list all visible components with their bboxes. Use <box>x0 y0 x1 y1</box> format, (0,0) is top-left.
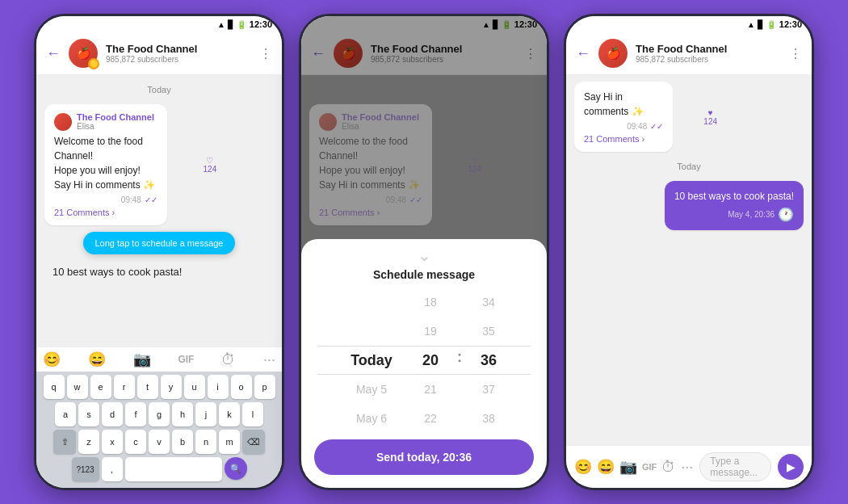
picker-date-may6[interactable]: May 6 <box>339 404 404 433</box>
key-k[interactable]: k <box>219 402 240 426</box>
key-c[interactable]: c <box>125 430 146 454</box>
picker-minute-col[interactable]: 34 35 36 37 38 <box>468 288 509 433</box>
key-j[interactable]: j <box>195 402 216 426</box>
key-a[interactable]: a <box>55 402 76 426</box>
bubble-meta-left: 09:48 ✓✓ <box>54 195 157 204</box>
sticker-icon-right[interactable]: 😄 <box>597 458 615 476</box>
more-icon-right[interactable]: ··· <box>681 459 693 476</box>
like-button-left[interactable]: ♡ 124 <box>204 156 217 174</box>
old-bubble-actions-right: ♥ 124 <box>703 108 717 126</box>
status-time-left: 12:30 <box>250 19 272 29</box>
key-n[interactable]: n <box>195 430 216 454</box>
tooltip-schedule-left: Long tap to schedule a message <box>83 232 234 254</box>
gif-icon-right[interactable]: GIF <box>642 462 657 472</box>
picker-hour-21[interactable]: 21 <box>410 375 451 404</box>
keyboard-row-2: a s d f g h j k l <box>38 402 280 426</box>
picker-hour-22[interactable]: 22 <box>410 404 451 433</box>
app-header-right: ← 🍎 The Food Channel 985,872 subscribers… <box>566 32 812 75</box>
bubble-sender-left: The Food Channel <box>77 112 154 122</box>
signal-icon: ▲ <box>217 20 225 29</box>
key-h[interactable]: h <box>172 402 193 426</box>
key-u[interactable]: u <box>184 375 205 399</box>
key-v[interactable]: v <box>149 430 170 454</box>
back-button-left[interactable]: ← <box>46 45 61 62</box>
key-y[interactable]: y <box>161 375 182 399</box>
key-s[interactable]: s <box>78 402 99 426</box>
picker-min-35[interactable]: 35 <box>468 317 509 346</box>
more-icon-left[interactable]: ··· <box>263 351 275 368</box>
picker-hour-col[interactable]: 18 19 20 21 22 <box>410 288 451 433</box>
old-comments-link-right[interactable]: 21 Comments › <box>584 134 663 144</box>
timer-icon-right[interactable]: ⏱ <box>661 459 676 476</box>
keyboard-row-3: ⇧ z x c v b n m ⌫ <box>38 430 280 454</box>
timer-icon-left[interactable]: ⏱ <box>221 351 236 368</box>
old-like-button-right[interactable]: ♥ 124 <box>703 108 717 126</box>
key-t[interactable]: t <box>137 375 158 399</box>
chat-area-right: Say Hi in comments ✨ 09:48 ✓✓ 21 Comment… <box>566 75 812 445</box>
key-o[interactable]: o <box>231 375 252 399</box>
channel-sub-right: 985,872 subscribers <box>636 55 781 64</box>
key-f[interactable]: f <box>125 402 146 426</box>
emoji-icon-left[interactable]: 😊 <box>43 351 61 368</box>
key-e[interactable]: e <box>90 375 111 399</box>
camera-icon-right[interactable]: 📷 <box>619 458 637 476</box>
sheet-handle: ⌄ <box>301 246 547 265</box>
channel-message-left: The Food Channel Elisa Welcome to the fo… <box>44 104 167 225</box>
keyboard-row-4: ?123 , 🔍 <box>38 457 280 481</box>
key-q[interactable]: q <box>44 375 65 399</box>
more-options-right[interactable]: ⋮ <box>789 46 802 61</box>
camera-icon-left[interactable]: 📷 <box>133 351 151 368</box>
key-g[interactable]: g <box>149 402 170 426</box>
bubble-actions-left: ♡ 124 <box>204 156 217 174</box>
more-options-left[interactable]: ⋮ <box>259 46 272 61</box>
gif-icon-left[interactable]: GIF <box>178 354 194 365</box>
bottom-toolbar-left: 😊 😄 📷 GIF ⏱ ··· <box>36 346 282 372</box>
picker-min-38[interactable]: 38 <box>468 404 509 433</box>
bars-icon: ▊ <box>228 20 234 29</box>
key-p[interactable]: p <box>254 375 275 399</box>
key-b[interactable]: b <box>172 430 193 454</box>
send-scheduled-button[interactable]: Send today, 20:36 <box>314 439 534 475</box>
sticker-icon-left[interactable]: 😄 <box>88 351 106 368</box>
key-delete[interactable]: ⌫ <box>242 430 265 454</box>
key-space[interactable] <box>125 457 222 481</box>
picker-date-col[interactable]: Today May 5 May 6 <box>339 288 404 433</box>
key-r[interactable]: r <box>114 375 135 399</box>
scheduled-text-right: 10 best ways to cook pasta! <box>674 189 794 204</box>
key-comma[interactable]: , <box>102 457 123 481</box>
status-icons: ▲ ▊ 🔋 <box>217 20 246 29</box>
message-input-right[interactable]: Type a message... <box>699 452 771 481</box>
picker-min-34[interactable]: 34 <box>468 288 509 317</box>
picker-date-empty2 <box>339 317 404 346</box>
status-icons-right: ▲ ▊ 🔋 <box>747 20 776 29</box>
time-picker[interactable]: Today May 5 May 6 18 19 20 21 22 : <box>301 288 547 433</box>
back-button-right[interactable]: ← <box>576 45 590 62</box>
key-shift[interactable]: ⇧ <box>53 430 76 454</box>
picker-min-36[interactable]: 36 <box>468 346 509 375</box>
old-message-right: Say Hi in comments ✨ 09:48 ✓✓ 21 Comment… <box>574 82 673 152</box>
picker-hour-19[interactable]: 19 <box>410 317 451 346</box>
emoji-icon-right[interactable]: 😊 <box>574 458 592 476</box>
picker-date-today[interactable]: Today <box>339 346 404 375</box>
date-divider-right: Today <box>574 162 804 171</box>
send-icon-right: ▶ <box>787 460 796 473</box>
key-d[interactable]: d <box>102 402 123 426</box>
picker-min-37[interactable]: 37 <box>468 375 509 404</box>
comments-link-left[interactable]: 21 Comments › <box>54 208 157 217</box>
picker-date-may5[interactable]: May 5 <box>339 375 404 404</box>
picker-hour-18[interactable]: 18 <box>410 288 451 317</box>
key-l[interactable]: l <box>242 402 263 426</box>
key-numbers[interactable]: ?123 <box>72 457 99 481</box>
old-like-count-right: 124 <box>703 117 717 126</box>
key-w[interactable]: w <box>67 375 88 399</box>
typed-message-left: 10 best ways to cook pasta! <box>44 261 274 283</box>
key-i[interactable]: i <box>208 375 229 399</box>
picker-hour-20[interactable]: 20 <box>410 346 451 375</box>
key-m[interactable]: m <box>219 430 240 454</box>
header-info-right: The Food Channel 985,872 subscribers <box>636 43 781 64</box>
key-search[interactable]: 🔍 <box>225 457 247 480</box>
key-z[interactable]: z <box>78 430 99 454</box>
key-x[interactable]: x <box>102 430 123 454</box>
send-button-right[interactable]: ▶ <box>778 454 804 480</box>
phone-left: ▲ ▊ 🔋 12:30 ← 🍎 🟡 The Food Channel 985,8… <box>34 14 284 490</box>
